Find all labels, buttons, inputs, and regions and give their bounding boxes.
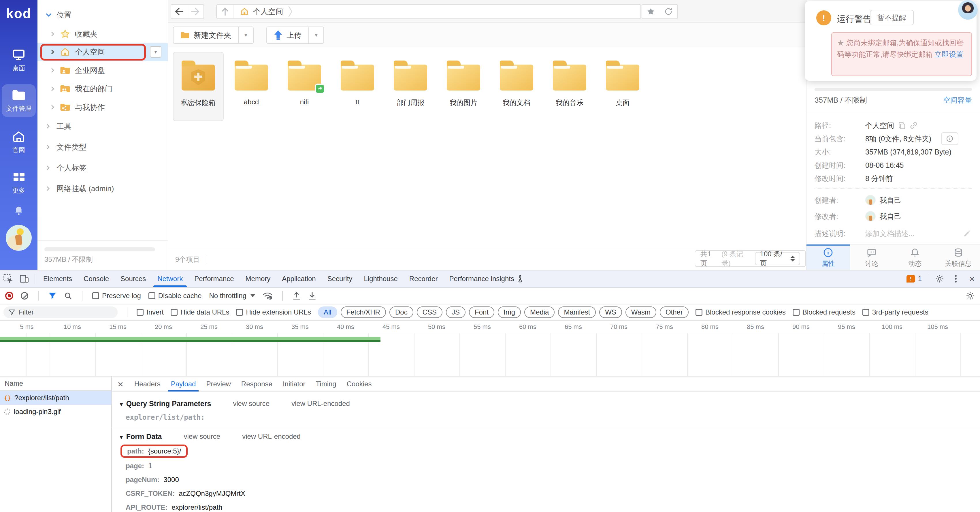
tree-group-file-types[interactable]: 文件类型: [46, 140, 86, 154]
blocked-response-cookies-checkbox[interactable]: Blocked response cookies: [695, 308, 786, 316]
search-icon[interactable]: [64, 292, 72, 300]
filter-chip-manifest[interactable]: Manifest: [558, 307, 596, 318]
inspect-element-icon[interactable]: [0, 270, 16, 288]
upload-button[interactable]: 上传: [266, 27, 309, 44]
detail-tab-timing[interactable]: Timing: [311, 377, 342, 391]
tree-section-location[interactable]: 位置: [46, 8, 72, 22]
description-placeholder[interactable]: 添加文档描述...: [865, 229, 915, 239]
tree-item-personal-space[interactable]: 个人空间: [50, 43, 105, 60]
request-row-selected[interactable]: {} ?explorer/list/path: [0, 391, 111, 405]
devtools-tab-lighthouse[interactable]: Lighthouse: [358, 270, 403, 287]
export-har-icon[interactable]: [308, 291, 316, 300]
address-bar[interactable]: 个人空间: [216, 4, 641, 19]
devtools-tab-memory[interactable]: Memory: [240, 270, 277, 287]
folder-tile-safe-box[interactable]: 私密保险箱: [173, 52, 224, 121]
network-overview-strip[interactable]: [0, 333, 980, 377]
back-button[interactable]: [171, 4, 187, 19]
filter-funnel-icon[interactable]: [48, 292, 56, 299]
tree-item-dropdown-button[interactable]: [150, 46, 161, 58]
folder-tile[interactable]: 桌面: [597, 52, 648, 121]
notification-bell-button[interactable]: [0, 205, 37, 216]
link-icon[interactable]: [910, 121, 918, 129]
detail-tab-initiator[interactable]: Initiator: [278, 377, 311, 391]
filter-chip-css[interactable]: CSS: [417, 307, 442, 318]
devtools-tab-security[interactable]: Security: [322, 270, 358, 287]
copy-icon[interactable]: [898, 122, 906, 129]
devtools-tab-console[interactable]: Console: [78, 270, 115, 287]
settings-gear-icon[interactable]: [932, 270, 948, 288]
devtools-tab-sources[interactable]: Sources: [115, 270, 152, 287]
rail-item-website[interactable]: 官网: [2, 126, 36, 159]
tree-group-tools[interactable]: 工具: [46, 119, 72, 134]
tree-item-favorites[interactable]: 收藏夹: [50, 25, 97, 43]
record-button[interactable]: [5, 292, 13, 300]
view-url-encoded-link[interactable]: view URL-encoded: [291, 399, 350, 408]
filter-chip-all[interactable]: All: [318, 307, 337, 318]
filter-chip-img[interactable]: Img: [498, 307, 521, 318]
devtools-tab-elements[interactable]: Elements: [37, 270, 78, 287]
filter-chip-wasm[interactable]: Wasm: [625, 307, 656, 318]
filter-chip-font[interactable]: Font: [469, 307, 494, 318]
network-filter-input[interactable]: [18, 308, 105, 316]
tree-item-shared-with-me[interactable]: 与我协作: [50, 99, 105, 116]
devtools-tab-performance[interactable]: Performance: [189, 270, 240, 287]
device-toolbar-icon[interactable]: [16, 270, 32, 288]
upload-dropdown[interactable]: [309, 27, 324, 44]
devtools-tab-performance-insights[interactable]: Performance insights: [444, 270, 529, 287]
detail-tab-response[interactable]: Response: [236, 377, 278, 391]
tab-properties[interactable]: 属性: [807, 245, 850, 270]
tree-group-personal-tags[interactable]: 个人标签: [46, 160, 86, 175]
disable-cache-checkbox[interactable]: Disable cache: [148, 292, 202, 300]
preserve-log-checkbox[interactable]: Preserve log: [92, 292, 141, 300]
folder-tile[interactable]: 我的音乐: [544, 52, 595, 121]
tab-activity[interactable]: 动态: [893, 245, 937, 270]
filter-chip-js[interactable]: JS: [446, 307, 466, 318]
rail-item-file-manager[interactable]: 文件管理: [2, 84, 36, 117]
network-settings-gear-icon[interactable]: [966, 291, 975, 301]
issues-counter[interactable]: 1: [907, 275, 922, 283]
name-column-header[interactable]: Name: [0, 377, 111, 391]
tree-item-my-department[interactable]: 我在的部门: [50, 80, 112, 97]
blocked-requests-checkbox[interactable]: Blocked requests: [793, 308, 856, 316]
info-button[interactable]: [941, 132, 958, 145]
view-source-link[interactable]: view source: [184, 432, 220, 440]
profile-avatar[interactable]: [958, 0, 978, 20]
breadcrumb-home[interactable]: 个人空间: [234, 5, 299, 19]
edit-pencil-icon[interactable]: [963, 230, 971, 237]
hide-data-urls-checkbox[interactable]: Hide data URLs: [171, 308, 229, 316]
folder-tile[interactable]: 部门周报: [385, 52, 436, 121]
third-party-requests-checkbox[interactable]: 3rd-party requests: [862, 308, 928, 316]
form-data-title[interactable]: Form Data: [119, 432, 162, 441]
clear-button[interactable]: [21, 292, 28, 299]
detail-tab-payload[interactable]: Payload: [166, 377, 201, 391]
tab-discussion[interactable]: 讨论: [850, 245, 894, 270]
favorite-star-button[interactable]: [642, 4, 660, 19]
close-detail-icon[interactable]: [112, 378, 129, 390]
new-folder-button[interactable]: 新建文件夹: [173, 27, 239, 44]
query-string-parameters-title[interactable]: Query String Parameters: [119, 399, 211, 408]
rail-item-desktop[interactable]: 桌面: [2, 44, 36, 77]
tab-related-info[interactable]: 关联信息: [937, 245, 980, 270]
invert-checkbox[interactable]: Invert: [137, 308, 164, 316]
bind-email-link[interactable]: 立即设置: [934, 50, 963, 58]
kebab-menu-icon[interactable]: [948, 270, 964, 288]
detail-tab-cookies[interactable]: Cookies: [342, 377, 377, 391]
user-avatar[interactable]: [6, 225, 32, 251]
new-folder-dropdown[interactable]: [239, 27, 254, 44]
import-har-icon[interactable]: [293, 291, 301, 300]
folder-tile[interactable]: tt: [332, 52, 383, 121]
throttling-select[interactable]: No throttling: [209, 292, 255, 300]
forward-button[interactable]: [187, 4, 204, 19]
view-url-encoded-link[interactable]: view URL-encoded: [242, 432, 301, 440]
request-row[interactable]: loading-pin3.gif: [0, 405, 111, 418]
view-source-link[interactable]: view source: [233, 399, 269, 408]
up-button[interactable]: [217, 5, 234, 19]
tree-item-company-drive[interactable]: 企业网盘: [50, 62, 105, 79]
folder-tile[interactable]: abcd: [226, 52, 277, 121]
filter-chip-ws[interactable]: WS: [599, 307, 622, 318]
devtools-tab-network[interactable]: Network: [152, 270, 189, 287]
filter-chip-other[interactable]: Other: [660, 307, 689, 318]
devtools-tab-application[interactable]: Application: [276, 270, 321, 287]
filter-chip-doc[interactable]: Doc: [390, 307, 413, 318]
dismiss-button[interactable]: 暂不提醒: [870, 10, 914, 25]
